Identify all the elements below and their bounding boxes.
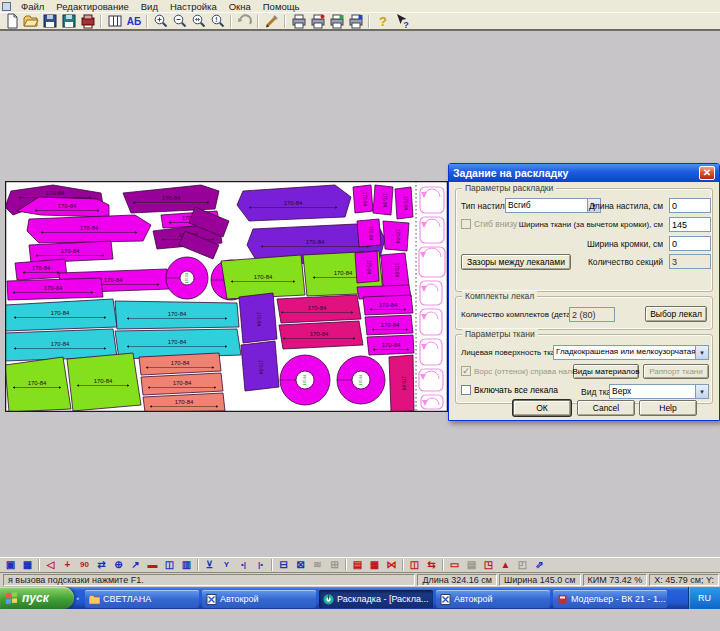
tool-icon-18[interactable]: ⊟ [275,558,292,572]
checkbox-label: Включать все лекала [474,385,558,395]
pencil-icon[interactable] [262,13,281,29]
menu-bar: ФайлРедактированиеВидНастройкаОкнаПомощь [0,0,720,13]
tool-icon-4[interactable]: + [59,558,76,572]
tool-icon-35[interactable]: ⇗ [531,558,548,572]
chevron-down-icon[interactable]: ▼ [695,346,708,359]
tool-icon-27[interactable]: ◫ [406,558,423,572]
tool-icon-25[interactable]: ⋈ [383,558,400,572]
close-icon[interactable]: ✕ [699,166,715,180]
cancel-button[interactable]: Cancel [577,400,635,416]
svg-text:170-84: 170-84 [401,376,406,391]
tool-icon-28[interactable]: ⇆ [423,558,440,572]
fabric-width-label: Ширина ткани (за вычетом кромки), см [519,220,663,229]
printer-3-icon[interactable] [327,13,346,29]
printer-4-icon[interactable] [346,13,365,29]
tool-icon-10[interactable]: ◫ [161,558,178,572]
status-kim: КИМ 73.42 % [583,574,648,586]
materials-button[interactable]: Виды материалов [573,364,639,379]
svg-text:170-84: 170-84 [94,378,113,384]
taskbar-item-label: Раскладка - [Раскла... [337,594,428,604]
windows-flag-icon [5,592,18,605]
text-ab-icon[interactable]: АБ [124,13,143,29]
menu-item-0[interactable]: Файл [15,1,50,12]
face-combobox[interactable]: Гладкокрашеная или мелкоузорчатая ▼ [553,345,709,360]
tool-icon-7[interactable]: ⊕ [110,558,127,572]
svg-text:?: ? [403,20,409,29]
tool-icon-1[interactable]: ▦ [19,558,36,572]
help-icon[interactable]: ? [373,13,392,29]
menu-item-3[interactable]: Настройка [164,1,223,12]
fold-bottom-checkbox[interactable]: Сгиб внизу [461,219,517,229]
menu-item-5[interactable]: Помощь [257,1,306,12]
tool-icon-14[interactable]: Y [218,558,235,572]
taskbar-item-1[interactable]: Автокрой [202,590,316,608]
menu-item-2[interactable]: Вид [135,1,164,12]
tool-icon-3[interactable]: ◁ [42,558,59,572]
checkbox-box[interactable] [461,385,471,395]
open-folder-icon[interactable] [21,13,40,29]
window-icon[interactable] [2,2,11,11]
nap-checkbox[interactable]: ✓ Ворс (оттенок) справа налево [461,366,585,376]
tool-icon-8[interactable]: ↗ [127,558,144,572]
tool-icon-33[interactable]: ▲ [497,558,514,572]
length-input[interactable] [669,198,711,213]
tool-icon-16[interactable]: |• [252,558,269,572]
svg-text:170-84: 170-84 [185,273,189,284]
save-icon[interactable] [40,13,59,29]
chevron-down-icon[interactable]: ▼ [695,385,708,398]
undo-icon [235,13,254,29]
include-all-checkbox[interactable]: Включать все лекала [461,385,558,395]
svg-text:170-84: 170-84 [44,285,63,291]
start-button[interactable]: пуск [0,587,74,609]
select-pieces-button[interactable]: Выбор лекал [645,306,707,322]
columns-icon[interactable] [105,13,124,29]
menu-item-4[interactable]: Окна [223,1,257,12]
dialog-title-bar[interactable]: Задание на раскладку ✕ [449,164,719,182]
zoom-in-icon[interactable] [151,13,170,29]
ok-button[interactable]: ОК [513,400,571,416]
plotter-icon[interactable] [78,13,97,29]
svg-text:170-84: 170-84 [395,229,400,244]
gaps-button[interactable]: Зазоры между лекалами [461,254,571,270]
tool-icon-6[interactable]: ⇄ [93,558,110,572]
selvage-input[interactable] [669,236,711,251]
taskbar-item-0[interactable]: СВЕТЛАНА [85,590,199,608]
zoom-pan-icon[interactable] [189,13,208,29]
taskbar-item-3[interactable]: Автокрой [436,590,550,608]
context-help-icon[interactable]: ? [392,13,411,29]
tool-icon-13[interactable]: ⊻ [201,558,218,572]
tool-icon-0[interactable]: ▣ [2,558,19,572]
tool-icon-24[interactable]: ▦ [366,558,383,572]
zoom-out-icon[interactable] [170,13,189,29]
taskbar-item-2[interactable]: Раскладка - [Раскла... [319,590,433,608]
toolbar-separator [146,15,148,28]
tool-icon-32[interactable]: ◳ [480,558,497,572]
spread-type-value: Всгиб [506,199,587,212]
checkbox-box[interactable]: ✓ [461,366,471,376]
desktop-strip [0,609,720,631]
help-button[interactable]: Help [639,400,697,416]
svg-text:170-84: 170-84 [284,200,303,206]
tool-icon-5[interactable]: 90 [76,558,93,572]
fabric-kind-combobox[interactable]: Верх ▼ [609,384,709,399]
save-teal-icon[interactable] [59,13,78,29]
taskbar-item-4[interactable]: Модельер - ВК 21 - 1... [553,590,667,608]
tool-icon-15[interactable]: •| [235,558,252,572]
status-help-text: я вызова подсказки нажмите F1. [3,574,415,586]
printer-1-icon[interactable] [289,13,308,29]
tool-icon-23[interactable]: ▤ [349,558,366,572]
tool-icon-30[interactable]: ▭ [446,558,463,572]
marker-canvas[interactable]: 170-84170-84170-84170-84170-84170-84170-… [5,181,448,412]
menu-item-1[interactable]: Редактирование [50,1,134,12]
tool-icon-19[interactable]: ⊠ [292,558,309,572]
fabric-width-input[interactable] [669,217,711,232]
zoom-select-icon[interactable]: ! [208,13,227,29]
language-indicator[interactable]: RU [688,587,720,609]
checkbox-box[interactable] [461,219,471,229]
new-file-icon[interactable] [2,13,21,29]
printer-2-icon[interactable] [308,13,327,29]
spread-type-combobox[interactable]: Всгиб ▼ [505,198,601,213]
tool-icon-11[interactable]: ▥ [178,558,195,572]
tool-icon-9[interactable]: ▬ [144,558,161,572]
svg-text:170-84: 170-84 [168,311,187,317]
